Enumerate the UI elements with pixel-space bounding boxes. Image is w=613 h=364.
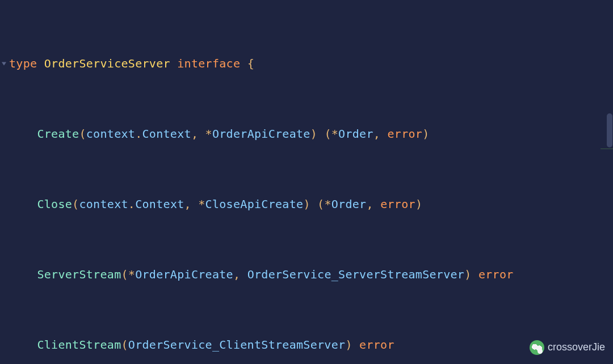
watermark: crossoverJie [530,338,605,356]
code-line: ClientStream(OrderService_ClientStreamSe… [0,336,613,354]
code-editor[interactable]: type OrderServiceServer interface { Crea… [0,0,613,364]
brace: { [247,55,254,73]
code-line: ServerStream(*OrderApiCreate, OrderServi… [0,266,613,283]
wechat-icon [530,340,544,355]
method-name: Create [37,125,79,143]
keyword: type [9,55,44,73]
scrollbar-thumb[interactable] [607,113,612,147]
watermark-text: crossoverJie [548,338,605,356]
code-line: Close(context.Context, *CloseApiCreate) … [0,196,613,213]
gutter-marker [601,149,613,149]
code-line: Create(context.Context, *OrderApiCreate)… [0,125,613,143]
code-line: type OrderServiceServer interface { [0,55,613,73]
keyword: interface [170,55,247,73]
type-name: OrderServiceServer [44,55,170,73]
fold-icon[interactable] [1,61,7,67]
vertical-scrollbar[interactable] [605,0,613,364]
